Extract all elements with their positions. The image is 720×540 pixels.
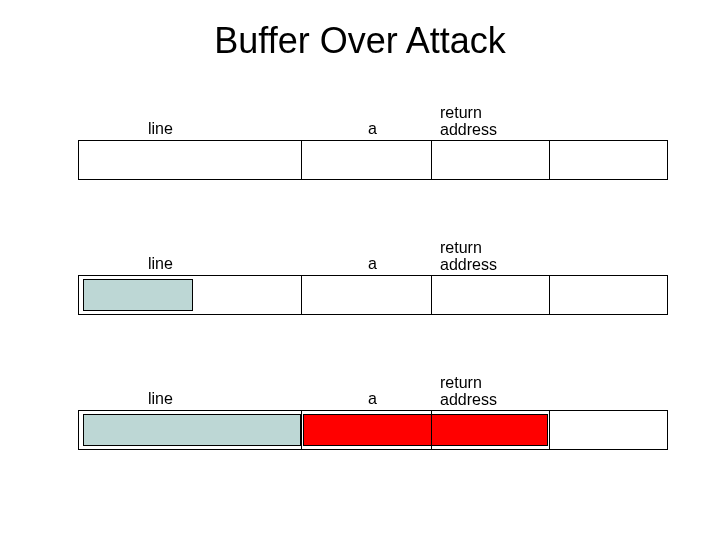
stage-3-labels: line a return address [78,370,668,410]
page-title: Buffer Over Attack [0,20,720,62]
label-return-address: return address [440,239,497,273]
cell-divider [301,411,302,449]
label-a: a [368,390,377,408]
cell-divider [549,276,550,314]
stack-row-1 [78,140,668,180]
stack-stage-2: line a return address [78,235,668,315]
label-line: line [148,120,173,138]
cell-divider [301,276,302,314]
label-a: a [368,120,377,138]
cell-divider [549,141,550,179]
cell-divider [301,141,302,179]
label-line: line [148,255,173,273]
stage-2-labels: line a return address [78,235,668,275]
label-a: a [368,255,377,273]
buffer-fill-full [83,414,301,446]
stack-stage-3: line a return address [78,370,668,450]
cell-divider [549,411,550,449]
stack-row-2 [78,275,668,315]
label-return-address: return address [440,104,497,138]
cell-divider [431,141,432,179]
label-return-address: return address [440,374,497,408]
cell-divider [431,276,432,314]
stack-stage-1: line a return address [78,100,668,180]
cell-divider [431,411,432,449]
stage-1-labels: line a return address [78,100,668,140]
buffer-overflow-fill [303,414,548,446]
stack-row-3 [78,410,668,450]
label-line: line [148,390,173,408]
buffer-fill-partial [83,279,193,311]
